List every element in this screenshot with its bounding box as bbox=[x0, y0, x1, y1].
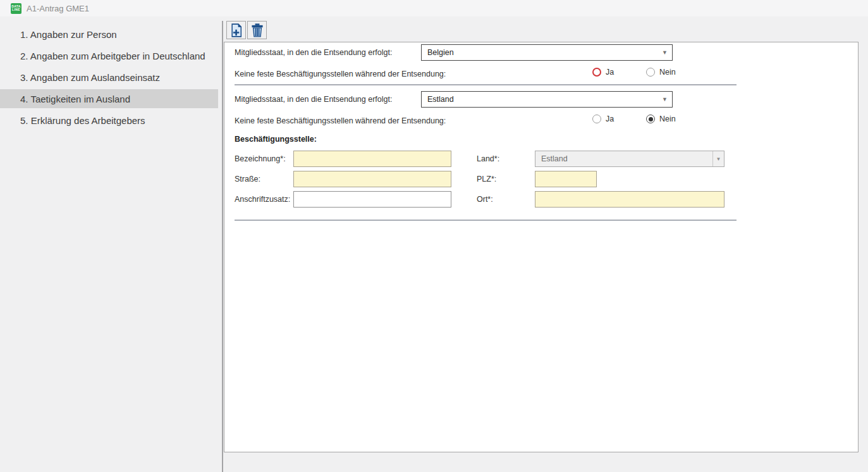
workplace-row-3: Anschriftzusatz: Ort*: bbox=[235, 191, 858, 208]
land-value: Estland bbox=[541, 154, 568, 163]
entry1-ja-label: Ja bbox=[606, 68, 614, 77]
entry2-ja-label: Ja bbox=[606, 115, 614, 123]
sidebar: 1. Angaben zur Person 2. Angaben zum Arb… bbox=[0, 16, 222, 472]
entry1-member-state-label: Mitgliedsstaat, in den die Entsendung er… bbox=[235, 48, 421, 57]
section-divider bbox=[235, 84, 737, 85]
entry2-no-fixed-workplace-row: Keine feste Beschäftigungsstellen währen… bbox=[235, 115, 858, 125]
main-area: Mitgliedsstaat, in den die Entsendung er… bbox=[223, 16, 868, 472]
sidebar-item-auslandseinsatz[interactable]: 3. Angaben zum Auslandseinsatz bbox=[0, 68, 218, 87]
chevron-down-icon: ▼ bbox=[662, 96, 668, 102]
form-panel: Mitgliedsstaat, in den die Entsendung er… bbox=[224, 42, 859, 452]
entry2-no-fixed-workplace-label: Keine feste Beschäftigungsstellen währen… bbox=[235, 116, 446, 125]
chevron-down-icon: ▼ bbox=[662, 49, 668, 56]
new-document-plus-icon bbox=[229, 23, 244, 38]
anschriftzusatz-input[interactable] bbox=[293, 191, 451, 208]
entry1-member-state-combobox[interactable]: Belgien ▼ bbox=[421, 44, 673, 61]
logo-text-line2: LINE bbox=[12, 8, 20, 12]
ort-input[interactable] bbox=[535, 191, 724, 208]
sidebar-item-arbeitgeber-deutschland[interactable]: 2. Angaben zum Arbeitgeber in Deutschlan… bbox=[0, 46, 218, 65]
dataline-logo-icon: DATA LINE bbox=[11, 3, 21, 14]
radio-unchecked-icon[interactable] bbox=[592, 115, 601, 123]
plz-input[interactable] bbox=[535, 171, 597, 187]
land-combobox-disabled: Estland ▼ bbox=[535, 151, 724, 167]
radio-unchecked-error-icon[interactable] bbox=[592, 68, 601, 77]
app-window: DATA LINE A1-Antrag GME1 1. Angaben zur … bbox=[0, 0, 868, 472]
entry1-nein-label: Nein bbox=[659, 68, 676, 77]
entry2-nein-label: Nein bbox=[659, 115, 676, 123]
entry1-radio-ja[interactable]: Ja bbox=[592, 68, 614, 77]
wizard-nav: 1. Angaben zur Person 2. Angaben zum Arb… bbox=[0, 25, 222, 130]
entry1-radio-nein[interactable]: Nein bbox=[646, 68, 676, 77]
anschriftzusatz-label: Anschriftzusatz: bbox=[235, 195, 293, 204]
entry2-member-state-label: Mitgliedsstaat, in den die Entsendung er… bbox=[235, 95, 421, 104]
bezeichnung-input[interactable] bbox=[293, 151, 451, 167]
add-entry-button[interactable] bbox=[226, 21, 246, 39]
titlebar: DATA LINE A1-Antrag GME1 bbox=[0, 0, 868, 16]
plz-label: PLZ*: bbox=[477, 175, 535, 183]
land-label: Land*: bbox=[477, 154, 535, 163]
toolbar bbox=[226, 21, 267, 39]
workplace-row-2: Straße: PLZ*: bbox=[235, 171, 858, 187]
window-title: A1-Antrag GME1 bbox=[27, 4, 89, 13]
entry2-member-state-row: Mitgliedsstaat, in den die Entsendung er… bbox=[235, 91, 858, 108]
trash-can-icon bbox=[250, 23, 265, 38]
delete-entry-button[interactable] bbox=[247, 21, 267, 39]
entry2-radio-ja[interactable]: Ja bbox=[592, 115, 614, 123]
strasse-label: Straße: bbox=[235, 175, 293, 183]
radio-unchecked-icon[interactable] bbox=[646, 68, 655, 77]
entry2-member-state-value: Estland bbox=[427, 95, 454, 104]
section-divider bbox=[235, 220, 737, 221]
sidebar-item-erklaerung-arbeitgebers[interactable]: 5. Erklärung des Arbeitgebers bbox=[0, 111, 218, 130]
ort-label: Ort*: bbox=[477, 195, 535, 204]
sidebar-item-taetigkeiten-im-ausland[interactable]: 4. Taetigkeiten im Ausland bbox=[0, 89, 218, 108]
bezeichnung-label: Bezeichnung*: bbox=[235, 154, 293, 163]
entry2-member-state-combobox[interactable]: Estland ▼ bbox=[421, 91, 673, 108]
entry1-member-state-value: Belgien bbox=[427, 48, 454, 57]
chevron-down-icon: ▼ bbox=[712, 151, 724, 166]
entry2-radio-nein[interactable]: Nein bbox=[646, 115, 676, 123]
sidebar-item-angaben-zur-person[interactable]: 1. Angaben zur Person bbox=[0, 25, 218, 44]
entry1-no-fixed-workplace-label: Keine feste Beschäftigungsstellen währen… bbox=[235, 70, 446, 78]
workplace-section-title: Beschäftigungsstelle: bbox=[235, 135, 858, 144]
entry1-member-state-row: Mitgliedsstaat, in den die Entsendung er… bbox=[235, 44, 858, 61]
radio-checked-icon[interactable] bbox=[646, 115, 655, 123]
entry1-no-fixed-workplace-row: Keine feste Beschäftigungsstellen währen… bbox=[235, 68, 858, 78]
workplace-row-1: Bezeichnung*: Land*: Estland ▼ bbox=[235, 151, 858, 167]
strasse-input[interactable] bbox=[293, 171, 451, 187]
